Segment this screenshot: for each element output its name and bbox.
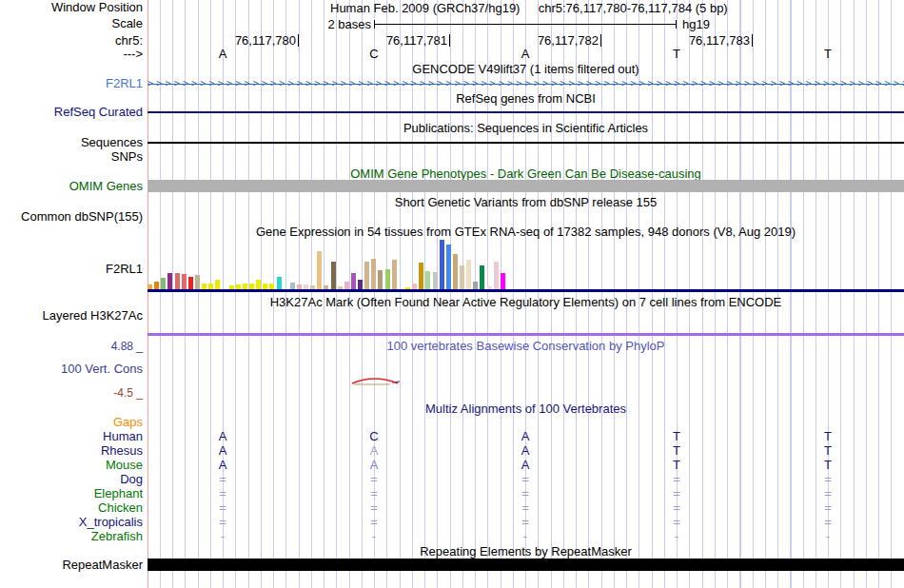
h3k27ac-label[interactable]: Layered H3K27Ac — [0, 309, 143, 323]
alignment-cell[interactable]: A — [216, 444, 229, 458]
refseq-curated-label[interactable]: RefSeq Curated — [0, 106, 143, 119]
gtex-bar[interactable] — [425, 271, 430, 289]
gtex-bar[interactable] — [161, 278, 166, 289]
species-label-mouse[interactable]: Mouse — [0, 459, 143, 472]
alignment-cell[interactable]: = — [670, 516, 683, 529]
gtex-bar[interactable] — [290, 283, 295, 289]
alignment-cell[interactable]: = — [216, 516, 229, 529]
alignment-cell[interactable]: = — [216, 473, 229, 486]
species-label-elephant[interactable]: Elephant — [0, 487, 143, 500]
sequences-line[interactable] — [147, 142, 904, 144]
alignment-cell[interactable]: = — [367, 487, 381, 500]
alignment-cell[interactable]: C — [367, 430, 381, 443]
gtex-bar[interactable] — [182, 274, 187, 289]
gtex-bar[interactable] — [175, 273, 180, 289]
repeatmasker-bar[interactable] — [147, 559, 904, 571]
alignment-cell[interactable]: = — [821, 516, 835, 529]
species-label-human[interactable]: Human — [0, 430, 143, 443]
gtex-gene-label[interactable]: F2RL1 — [0, 263, 143, 276]
h3k27ac-signal-line[interactable] — [147, 333, 904, 336]
alignment-cell[interactable]: - — [216, 530, 229, 543]
species-label-chicken[interactable]: Chicken — [0, 501, 143, 515]
alignment-cell[interactable]: = — [821, 501, 835, 515]
alignment-cell[interactable]: T — [821, 459, 835, 472]
gtex-bar[interactable] — [453, 254, 458, 289]
dbsnp-label[interactable]: Common dbSNP(155) — [0, 210, 143, 224]
gtex-bar[interactable] — [480, 265, 484, 289]
gtex-bar[interactable] — [215, 280, 220, 289]
species-label-zebrafish[interactable]: Zebrafish — [0, 530, 143, 543]
gtex-bar[interactable] — [440, 240, 444, 289]
alignment-cell[interactable]: = — [821, 473, 835, 486]
alignment-cell[interactable]: A — [216, 430, 229, 443]
species-label-dog[interactable]: Dog — [0, 473, 143, 486]
species-label-rhesus[interactable]: Rhesus — [0, 444, 143, 458]
alignment-cell[interactable]: T — [670, 459, 683, 472]
alignment-cell[interactable]: T — [670, 444, 683, 458]
alignment-cell[interactable]: T — [821, 430, 835, 443]
gtex-bar[interactable] — [188, 277, 193, 289]
alignment-cell[interactable]: = — [367, 473, 381, 486]
gtex-bar[interactable] — [364, 262, 369, 289]
gencode-gene-label[interactable]: F2RL1 — [0, 77, 143, 90]
gtex-bar[interactable] — [446, 245, 451, 289]
gtex-bar[interactable] — [494, 262, 499, 289]
gtex-bar[interactable] — [473, 282, 478, 289]
alignment-cell[interactable]: A — [216, 459, 229, 472]
species-label-gaps[interactable]: Gaps — [0, 416, 143, 429]
alignment-cell[interactable]: = — [519, 473, 532, 486]
gtex-bar[interactable] — [419, 263, 423, 289]
gtex-bar[interactable] — [378, 270, 383, 289]
alignment-cell[interactable]: A — [367, 444, 381, 458]
alignment-cell[interactable]: - — [367, 530, 381, 543]
phylop-label[interactable]: 100 Vert. Cons — [0, 363, 143, 376]
gtex-bar[interactable] — [167, 273, 172, 289]
gencode-transcript-arrows[interactable]: >>>>>>>>>>>>>>>>>>>>>>>>>>>>>>>>>>>>>>>>… — [147, 78, 904, 89]
alignment-cell[interactable]: = — [367, 516, 381, 529]
sequences-label[interactable]: Sequences — [0, 136, 143, 149]
alignment-cell[interactable]: = — [670, 501, 683, 515]
gtex-bar[interactable] — [331, 262, 336, 289]
alignment-cell[interactable]: = — [519, 516, 532, 529]
gtex-bar[interactable] — [385, 269, 390, 289]
gtex-bar[interactable] — [433, 272, 438, 289]
gtex-bar[interactable] — [358, 280, 363, 289]
alignment-cell[interactable]: A — [519, 430, 532, 443]
snps-label[interactable]: SNPs — [0, 150, 143, 164]
omim-genes-label[interactable]: OMIM Genes — [0, 180, 143, 193]
gtex-bar[interactable] — [195, 275, 200, 289]
alignment-cell[interactable]: - — [821, 530, 835, 543]
repeatmasker-label[interactable]: RepeatMasker — [0, 559, 143, 572]
alignment-cell[interactable]: T — [821, 444, 835, 458]
phylop-curve[interactable] — [348, 372, 402, 386]
gtex-bar[interactable] — [277, 277, 282, 289]
gtex-bar[interactable] — [371, 259, 376, 289]
gtex-bar[interactable] — [466, 260, 471, 289]
alignment-cell[interactable]: A — [519, 459, 532, 472]
alignment-cell[interactable]: = — [367, 501, 381, 515]
alignment-cell[interactable]: - — [519, 530, 532, 543]
species-label-x_tropicalis[interactable]: X_tropicalis — [0, 516, 143, 529]
gtex-bar[interactable] — [344, 282, 349, 289]
alignment-cell[interactable]: = — [821, 487, 835, 500]
gtex-bar[interactable] — [317, 251, 322, 289]
gtex-bar[interactable] — [154, 282, 159, 289]
alignment-cell[interactable]: = — [216, 501, 229, 515]
gtex-bar[interactable] — [256, 280, 261, 289]
alignment-cell[interactable]: = — [519, 501, 532, 515]
alignment-cell[interactable]: = — [519, 487, 532, 500]
alignment-cell[interactable]: A — [367, 459, 381, 472]
alignment-cell[interactable]: A — [519, 444, 532, 458]
alignment-cell[interactable]: - — [670, 530, 683, 543]
gtex-bar[interactable] — [392, 260, 397, 289]
alignment-cell[interactable]: = — [670, 473, 683, 486]
refseq-curated-line[interactable] — [147, 111, 904, 113]
alignment-cell[interactable]: = — [216, 487, 229, 500]
gtex-bar[interactable] — [501, 273, 505, 289]
gtex-bar[interactable] — [460, 265, 464, 289]
gtex-bar[interactable] — [351, 273, 356, 289]
chrom-label: chr5: — [0, 34, 143, 48]
alignment-cell[interactable]: = — [670, 487, 683, 500]
omim-genes-bar[interactable] — [147, 180, 904, 192]
alignment-cell[interactable]: T — [670, 430, 683, 443]
